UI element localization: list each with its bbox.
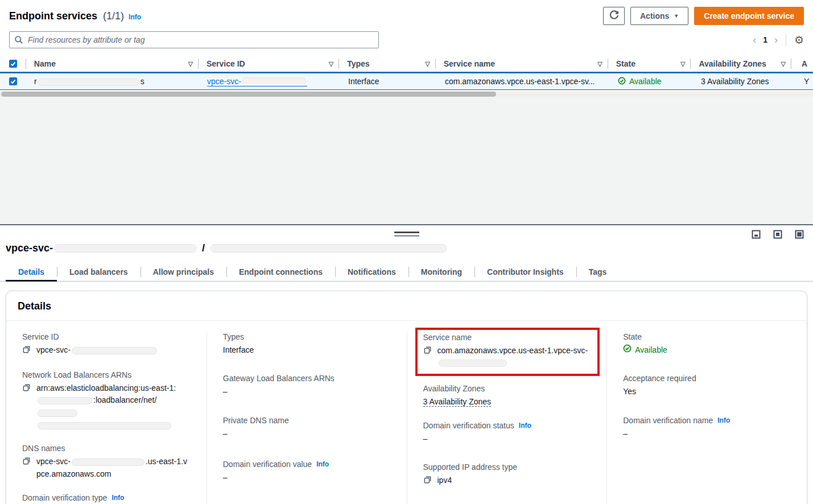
cell-availability-zones: 3 Availability Zones	[693, 77, 794, 86]
tab-endpoint-connections[interactable]: Endpoint connections	[226, 263, 335, 281]
scrollbar-thumb[interactable]	[1, 92, 496, 97]
field-domain-verification-value: Domain verification valueInfo –	[223, 460, 391, 484]
availability-zones-popover[interactable]: 3 Availability Zones	[423, 397, 492, 407]
row-checkbox[interactable]	[0, 77, 26, 85]
sort-icon[interactable]: ▽	[425, 60, 430, 68]
header-info-link[interactable]: Info	[129, 13, 141, 21]
select-all-checkbox[interactable]	[0, 56, 26, 72]
copy-icon[interactable]	[22, 383, 31, 396]
panel-position-side-button[interactable]	[772, 229, 783, 242]
tab-monitoring[interactable]: Monitoring	[408, 263, 474, 281]
tab-tags[interactable]: Tags	[576, 263, 620, 281]
pagination: ‹ 1 › ⚙	[753, 34, 804, 46]
checkbox-checked-icon	[9, 77, 17, 85]
status-available-icon	[623, 344, 632, 357]
cell-types: Interface	[340, 77, 437, 86]
search-box	[9, 31, 379, 48]
info-link[interactable]: Info	[316, 460, 329, 468]
sort-icon[interactable]: ▽	[597, 60, 602, 68]
column-header-service-id[interactable]: Service ID▽	[199, 56, 339, 72]
endpoint-services-list-section: Endpoint services (1/1) Info Actions ▼ C…	[0, 0, 813, 90]
details-column-4: State Available Acceptance required Yes	[606, 332, 807, 504]
status-available-icon	[618, 77, 626, 86]
tab-load-balancers[interactable]: Load balancers	[57, 263, 141, 281]
page-title: Endpoint services	[9, 10, 97, 22]
chevron-down-icon: ▼	[674, 14, 679, 19]
detail-tabs: Details Load balancers Allow principals …	[0, 263, 813, 282]
cell-partial: Y	[794, 77, 813, 86]
actions-button[interactable]: Actions ▼	[630, 7, 688, 25]
redaction	[38, 79, 139, 86]
next-page-button[interactable]: ›	[774, 35, 778, 45]
field-supported-ip: Supported IP address type ipv4	[423, 462, 591, 488]
prev-page-button[interactable]: ‹	[753, 35, 756, 45]
field-state: State Available	[623, 332, 791, 357]
info-link[interactable]: Info	[717, 416, 730, 424]
horizontal-scrollbar[interactable]	[0, 92, 813, 97]
field-availability-zones: Availability Zones 3 Availability Zones	[423, 384, 591, 408]
redaction	[72, 458, 145, 466]
table-row[interactable]: rs vpce-svc- Interface com.amazonaws.vpc…	[0, 72, 813, 90]
redaction	[38, 410, 77, 417]
search-input[interactable]	[9, 31, 379, 48]
preferences-gear-icon[interactable]: ⚙	[794, 35, 804, 46]
field-domain-verification-type: Domain verification typeInfo –	[22, 493, 191, 504]
field-gwlb-arns: Gateway Load Balancers ARNs –	[223, 374, 391, 398]
redaction	[439, 360, 507, 367]
panel-position-bottom-button[interactable]	[750, 229, 762, 242]
column-header-types[interactable]: Types▽	[339, 56, 436, 72]
tab-contributor-insights[interactable]: Contributor Insights	[474, 263, 576, 281]
sort-icon[interactable]: ▽	[329, 60, 333, 68]
content-background	[0, 90, 813, 224]
tab-details[interactable]: Details	[6, 263, 57, 281]
checkbox-checked-icon	[9, 60, 17, 68]
details-column-2: Types Interface Gateway Load Balancers A…	[207, 332, 407, 504]
refresh-icon	[609, 10, 619, 22]
split-panel-title: vpce-svc- /	[6, 242, 804, 254]
details-card: Details Service ID vpce-svc- Network Loa…	[6, 291, 807, 504]
create-endpoint-service-button[interactable]: Create endpoint service	[694, 7, 804, 25]
sort-icon[interactable]: ▽	[781, 60, 785, 68]
cell-state: Available	[610, 77, 693, 86]
service-id-link[interactable]: vpce-svc-	[207, 77, 307, 86]
panel-bottom-icon	[752, 232, 761, 241]
cell-service-id: vpce-svc-	[199, 77, 340, 86]
redaction	[54, 244, 196, 253]
panel-side-icon	[773, 232, 782, 241]
toolbar-divider	[786, 34, 786, 46]
redaction	[38, 422, 171, 429]
copy-icon[interactable]	[423, 346, 432, 358]
field-acceptance-required: Acceptance required Yes	[623, 374, 791, 398]
split-panel-controls	[750, 229, 805, 242]
service-name-highlight-box: Service name com.amazonaws.vpce.us-east-…	[415, 328, 600, 376]
table-header-row: Name▽ Service ID▽ Types▽ Service name▽ S…	[0, 56, 813, 72]
availability-zones-popover[interactable]: 3 Availability Zones	[701, 77, 769, 86]
column-header-state[interactable]: State▽	[608, 56, 691, 72]
redaction	[38, 397, 92, 404]
column-header-availability-zones[interactable]: Availability Zones▽	[691, 56, 791, 72]
column-header-name[interactable]: Name▽	[26, 56, 199, 72]
redaction	[211, 244, 447, 253]
sort-icon[interactable]: ▽	[188, 60, 192, 68]
column-header-service-name[interactable]: Service name▽	[436, 56, 608, 72]
field-domain-verification-status: Domain verification statusInfo –	[423, 421, 591, 445]
cell-service-name: com.amazonaws.vpce.us-east-1.vpce-sv...	[437, 77, 610, 86]
split-panel-drag-handle[interactable]	[394, 232, 419, 237]
column-header-partial: A	[791, 56, 813, 72]
panel-maximize-button[interactable]	[794, 229, 805, 242]
page-number[interactable]: 1	[763, 35, 767, 44]
field-service-id: Service ID vpce-svc-	[22, 332, 191, 358]
info-link[interactable]: Info	[519, 422, 531, 429]
copy-icon[interactable]	[22, 345, 31, 358]
copy-icon[interactable]	[22, 457, 31, 469]
panel-full-icon	[795, 232, 804, 241]
sort-icon[interactable]: ▽	[680, 60, 685, 68]
field-nlb-arns: Network Load Balancers ARNs arn:aws:elas…	[22, 370, 191, 432]
copy-icon[interactable]	[423, 476, 432, 488]
tab-notifications[interactable]: Notifications	[335, 263, 408, 281]
info-link[interactable]: Info	[112, 494, 124, 502]
tab-allow-principals[interactable]: Allow principals	[141, 263, 226, 281]
split-panel: vpce-svc- / Details Load balancers Allow…	[0, 224, 813, 504]
details-card-title: Details	[6, 291, 807, 321]
refresh-button[interactable]	[603, 7, 625, 25]
